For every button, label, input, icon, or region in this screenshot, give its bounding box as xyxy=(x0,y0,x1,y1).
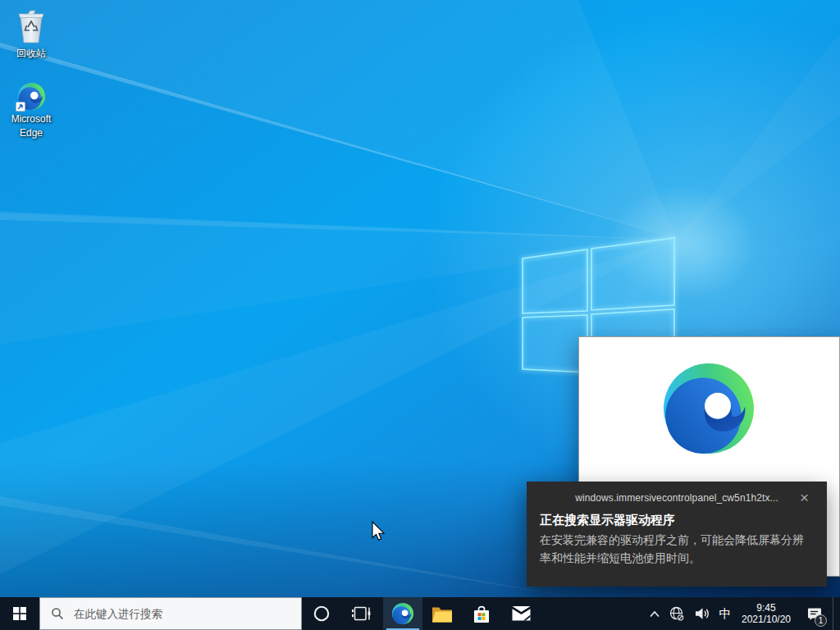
file-explorer-button[interactable] xyxy=(422,597,462,630)
task-view-button[interactable] xyxy=(341,597,381,630)
action-center-button[interactable]: 1 xyxy=(797,597,833,630)
microsoft-store-icon xyxy=(472,605,491,623)
clock-date: 2021/10/20 xyxy=(736,614,797,626)
edge-taskbar-button[interactable] xyxy=(383,597,422,630)
taskbar-clock[interactable]: 9:45 2021/10/20 xyxy=(736,597,797,630)
file-explorer-icon xyxy=(431,605,453,623)
start-button[interactable] xyxy=(0,597,39,630)
show-desktop-button[interactable] xyxy=(833,597,840,630)
toast-app-name: windows.immersivecontrolpanel_cw5n1h2tx.… xyxy=(527,482,827,504)
toast-body: 在安装完兼容的驱动程序之前，可能会降低屏幕分辨率和性能并缩短电池使用时间。 xyxy=(540,531,814,567)
close-icon[interactable]: × xyxy=(800,490,809,505)
windows-desktop: { "desktop": { "recycle_bin_label": "回收站… xyxy=(0,0,840,630)
taskbar: 中 9:45 2021/10/20 1 xyxy=(0,597,840,630)
task-view-icon xyxy=(352,605,371,622)
notification-count-badge: 1 xyxy=(815,614,827,627)
edge-logo-splash xyxy=(664,363,754,454)
mail-button[interactable] xyxy=(501,597,541,630)
cortana-icon xyxy=(313,605,331,623)
volume-button[interactable] xyxy=(690,597,714,630)
cortana-button[interactable] xyxy=(302,597,341,630)
system-tray: 中 9:45 2021/10/20 1 xyxy=(646,597,840,630)
search-icon xyxy=(51,607,64,620)
edge-shortcut-label: Microsoft Edge xyxy=(0,112,62,140)
globe-no-internet-icon xyxy=(669,606,685,622)
edge-desktop-shortcut[interactable]: Microsoft Edge xyxy=(0,83,62,140)
driver-search-toast[interactable]: windows.immersivecontrolpanel_cw5n1h2tx.… xyxy=(527,482,827,587)
taskbar-search[interactable] xyxy=(39,597,302,630)
windows-start-icon xyxy=(13,607,26,620)
recycle-bin-label: 回收站 xyxy=(0,47,62,61)
toast-title: 正在搜索显示器驱动程序 xyxy=(540,513,814,528)
search-input[interactable] xyxy=(72,607,281,621)
tray-expand-button[interactable] xyxy=(646,597,664,630)
mouse-cursor xyxy=(371,521,386,543)
shortcut-arrow-icon xyxy=(16,102,25,112)
network-status-button[interactable] xyxy=(664,597,690,630)
ime-label: 中 xyxy=(719,606,732,622)
store-button[interactable] xyxy=(462,597,501,630)
recycle-bin-icon xyxy=(16,7,46,44)
ime-indicator[interactable]: 中 xyxy=(714,597,736,630)
chevron-up-icon xyxy=(649,610,660,618)
recycle-bin-desktop-icon[interactable]: 回收站 xyxy=(0,7,62,61)
clock-time: 9:45 xyxy=(736,602,797,614)
edge-icon xyxy=(392,603,413,624)
mail-icon xyxy=(512,606,531,621)
speaker-icon xyxy=(695,607,710,620)
